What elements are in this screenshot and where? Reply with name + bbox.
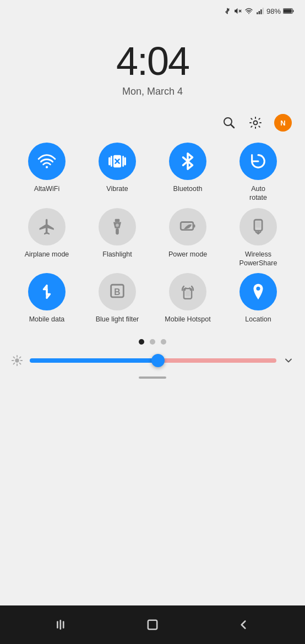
status-icons: 98% [224, 7, 294, 15]
svg-rect-23 [116, 228, 119, 234]
tile-mobile-hotspot[interactable]: Mobile Hotspot [154, 273, 221, 324]
dot-1[interactable] [139, 339, 144, 345]
bluetooth-status-icon [224, 7, 231, 15]
slider-thumb[interactable] [151, 354, 165, 367]
mobile-data-label: Mobile data [29, 315, 65, 324]
svg-rect-9 [293, 10, 294, 12]
svg-point-13 [254, 121, 258, 125]
svg-rect-29 [256, 221, 261, 227]
airplane-icon [37, 217, 56, 236]
svg-rect-36 [186, 290, 190, 296]
svg-rect-7 [263, 8, 264, 14]
brightness-icon [11, 354, 23, 367]
svg-line-12 [231, 125, 235, 128]
back-button[interactable] [236, 618, 250, 632]
settings-button[interactable] [248, 115, 263, 130]
flashlight-icon-bg [99, 208, 136, 245]
brightness-row [0, 350, 305, 371]
power-mode-icon-bg [169, 208, 206, 245]
svg-line-43 [13, 357, 14, 358]
brightness-slider[interactable] [30, 358, 276, 363]
tile-wireless-powershare[interactable]: WirelessPowerShare [225, 208, 292, 268]
signal-status-icon [255, 7, 264, 15]
airplane-icon-bg [28, 208, 66, 245]
tile-flashlight[interactable]: Flashlight [84, 208, 151, 268]
qs-grid: AltaWiFi Vibrate Bluetooth [0, 137, 305, 329]
flashlight-label: Flashlight [102, 250, 132, 259]
svg-rect-22 [115, 219, 120, 222]
svg-point-14 [46, 166, 48, 168]
svg-point-37 [256, 287, 260, 291]
dot-3[interactable] [161, 339, 166, 345]
svg-point-24 [116, 223, 119, 227]
recent-apps-button[interactable] [55, 618, 69, 632]
tile-blue-light[interactable]: B Blue light filter [84, 273, 151, 324]
svg-text:B: B [114, 287, 120, 297]
vibrate-icon [108, 152, 127, 171]
svg-point-3 [248, 13, 249, 14]
nav-bar [0, 605, 305, 644]
auto-rotate-label: Autorotate [249, 184, 267, 203]
tile-alta-wifi[interactable]: AltaWiFi [13, 143, 80, 203]
alta-wifi-icon [28, 143, 66, 180]
wireless-powershare-icon [249, 217, 268, 236]
battery-text: 98% [266, 7, 281, 15]
svg-rect-50 [148, 620, 157, 629]
hotspot-icon [178, 282, 197, 301]
recent-apps-icon [55, 618, 69, 632]
hotspot-label: Mobile Hotspot [165, 315, 210, 324]
back-icon [236, 618, 250, 632]
sun-icon [11, 354, 23, 367]
blue-light-icon-bg: B [99, 273, 136, 310]
auto-rotate-icon-bg [239, 143, 277, 180]
tile-airplane-mode[interactable]: Airplane mode [13, 208, 80, 268]
tile-auto-rotate[interactable]: Autorotate [225, 143, 292, 203]
location-label: Location [245, 315, 271, 324]
vibrate-label: Vibrate [106, 184, 128, 193]
chevron-down-button[interactable] [283, 355, 294, 366]
svg-line-44 [20, 363, 21, 364]
blue-light-icon: B [108, 282, 127, 301]
status-bar: 98% [0, 0, 305, 22]
wireless-ps-icon-bg [239, 208, 277, 245]
clock-date: Mon, March 4 [122, 86, 183, 97]
wifi-status-icon [244, 7, 253, 15]
vibrate-icon-bg [99, 143, 136, 180]
home-button[interactable] [145, 617, 160, 632]
bluetooth-label: Bluetooth [173, 184, 203, 193]
search-button[interactable] [221, 115, 237, 130]
dot-2[interactable] [150, 339, 155, 345]
mobile-data-icon [37, 282, 56, 301]
bottom-handle [0, 371, 305, 381]
svg-point-38 [15, 359, 19, 363]
alta-wifi-label: AltaWiFi [34, 184, 60, 193]
search-icon [222, 116, 236, 129]
blue-light-label: Blue light filter [96, 315, 139, 324]
handle-bar [139, 376, 166, 379]
flashlight-icon [108, 217, 127, 236]
svg-rect-5 [259, 11, 260, 14]
mobile-data-icon-bg [28, 273, 66, 310]
home-icon [145, 617, 160, 632]
svg-rect-6 [260, 9, 262, 14]
clock-section: 4:04 Mon, March 4 [0, 22, 305, 108]
svg-marker-0 [235, 8, 237, 14]
svg-line-46 [20, 357, 21, 358]
auto-rotate-icon [249, 152, 268, 171]
tile-bluetooth[interactable]: Bluetooth [154, 143, 221, 203]
power-mode-label: Power mode [168, 250, 207, 259]
tile-mobile-data[interactable]: Mobile data [13, 273, 80, 324]
power-mode-icon [178, 217, 197, 236]
tile-power-mode[interactable]: Power mode [154, 208, 221, 268]
svg-rect-26 [193, 224, 195, 227]
location-icon-bg [239, 273, 277, 310]
tile-vibrate[interactable]: Vibrate [84, 143, 151, 203]
mute-status-icon [233, 7, 242, 15]
page-dots [0, 329, 305, 350]
notification-button[interactable]: N [274, 114, 292, 132]
svg-rect-4 [257, 12, 258, 14]
svg-rect-10 [284, 9, 292, 13]
tile-location[interactable]: Location [225, 273, 292, 324]
qs-header: N [0, 108, 305, 137]
hotspot-icon-bg [169, 273, 206, 310]
